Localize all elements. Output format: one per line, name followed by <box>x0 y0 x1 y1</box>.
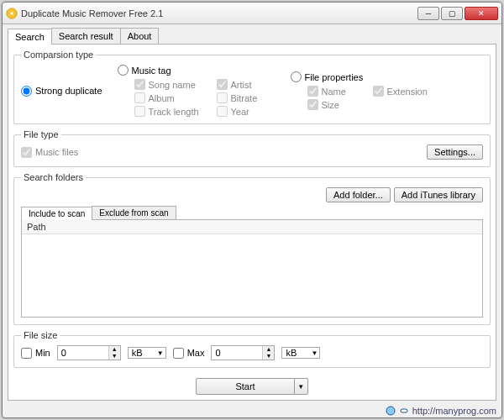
chk-album[interactable]: Album <box>134 92 210 103</box>
min-spin-down[interactable]: ▼ <box>108 353 120 360</box>
chk-music-files[interactable]: Music files <box>21 147 78 158</box>
chk-artist[interactable]: Artist <box>217 79 276 90</box>
fileprops-block: File properties Name Extension Size <box>291 71 440 110</box>
folders-legend: Search folders <box>21 172 86 182</box>
tab-exclude[interactable]: Exclude from scan <box>92 206 176 219</box>
chk-year[interactable]: Year <box>217 106 276 117</box>
max-spin-down[interactable]: ▼ <box>262 353 274 360</box>
chk-bitrate[interactable]: Bitrate <box>217 92 276 103</box>
file-size-group: File size Min ▲▼ kB▼ Max ▲▼ kB▼ <box>13 330 491 368</box>
musictag-options: Song name Artist Album Bitrate Track len… <box>134 79 276 117</box>
footer-link[interactable]: http://manyprog.com <box>412 406 496 416</box>
radio-file-properties[interactable]: File properties <box>291 71 440 82</box>
titlebar: Duplicate Music Remover Free 2.1 ─ ▢ ✕ <box>3 3 501 24</box>
start-dropdown[interactable]: ▼ <box>295 378 308 395</box>
main-tabs: Search Search result About <box>8 28 496 45</box>
min-input[interactable]: ▲▼ <box>57 345 121 360</box>
window-buttons: ─ ▢ ✕ <box>417 7 498 20</box>
start-bar: Start ▼ <box>13 378 491 395</box>
chevron-down-icon: ▼ <box>311 349 318 357</box>
add-folder-button[interactable]: Add folder... <box>326 187 391 202</box>
tab-body-search: Comparsion type Strong duplicate Music t… <box>8 45 496 401</box>
add-itunes-button[interactable]: Add iTunes library <box>394 187 483 202</box>
chk-max[interactable]: Max <box>173 348 205 359</box>
min-value[interactable] <box>58 346 108 360</box>
chk-size[interactable]: Size <box>307 99 366 110</box>
path-column-header: Path <box>22 220 482 234</box>
max-spin-up[interactable]: ▲ <box>262 346 274 353</box>
tab-about[interactable]: About <box>120 28 160 44</box>
filesize-legend: File size <box>21 330 60 340</box>
radio-music-tag[interactable]: Music tag <box>118 65 276 76</box>
path-list[interactable]: Path <box>21 220 483 318</box>
minimize-button[interactable]: ─ <box>417 7 439 20</box>
start-button[interactable]: Start <box>196 378 294 395</box>
min-unit-select[interactable]: kB▼ <box>128 347 166 359</box>
max-input[interactable]: ▲▼ <box>211 345 275 360</box>
comparison-type-group: Comparsion type Strong duplicate Music t… <box>13 50 491 124</box>
file-type-group: File type Music files Settings... <box>13 129 491 167</box>
chk-song-name[interactable]: Song name <box>134 79 210 90</box>
folder-tabs: Include to scan Exclude from scan <box>21 206 483 220</box>
svg-point-2 <box>386 407 395 415</box>
tab-search[interactable]: Search <box>8 29 52 45</box>
search-folders-group: Search folders Add folder... Add iTunes … <box>13 172 491 325</box>
comparison-legend: Comparsion type <box>21 50 96 60</box>
radio-strong-duplicate[interactable]: Strong duplicate <box>21 86 102 97</box>
chk-min[interactable]: Min <box>21 348 50 359</box>
window-title: Duplicate Music Remover Free 2.1 <box>21 8 417 18</box>
filesize-row: Min ▲▼ kB▼ Max ▲▼ kB▼ <box>21 345 483 360</box>
svg-rect-3 <box>401 409 407 412</box>
svg-point-1 <box>10 12 13 15</box>
filetype-legend: File type <box>21 129 61 139</box>
chk-name[interactable]: Name <box>307 86 366 97</box>
statusbar: http://manyprog.com <box>3 404 501 417</box>
max-value[interactable] <box>212 346 262 360</box>
settings-button[interactable]: Settings... <box>427 144 483 160</box>
start-split-button: Start ▼ <box>196 378 307 395</box>
tab-include[interactable]: Include to scan <box>21 207 92 220</box>
tab-search-result[interactable]: Search result <box>51 28 121 44</box>
globe-icon <box>386 406 396 416</box>
musictag-block: Music tag Song name Artist Album Bitrate… <box>118 65 276 117</box>
maximize-button[interactable]: ▢ <box>441 7 463 20</box>
close-button[interactable]: ✕ <box>465 7 498 20</box>
chevron-down-icon: ▼ <box>157 349 164 357</box>
max-unit-select[interactable]: kB▼ <box>281 347 320 359</box>
min-spin-up[interactable]: ▲ <box>108 346 120 353</box>
client-area: Search Search result About Comparsion ty… <box>3 24 501 404</box>
app-icon <box>6 8 18 19</box>
link-icon <box>399 406 409 416</box>
filetype-row: Music files Settings... <box>21 144 483 160</box>
fileprops-options: Name Extension Size <box>307 86 440 110</box>
chk-extension[interactable]: Extension <box>373 86 440 97</box>
comparison-radios: Strong duplicate Music tag Song name Art… <box>21 65 483 117</box>
folder-buttons: Add folder... Add iTunes library <box>21 187 483 202</box>
chk-track-length[interactable]: Track length <box>134 106 210 117</box>
app-window: Duplicate Music Remover Free 2.1 ─ ▢ ✕ S… <box>2 2 502 418</box>
